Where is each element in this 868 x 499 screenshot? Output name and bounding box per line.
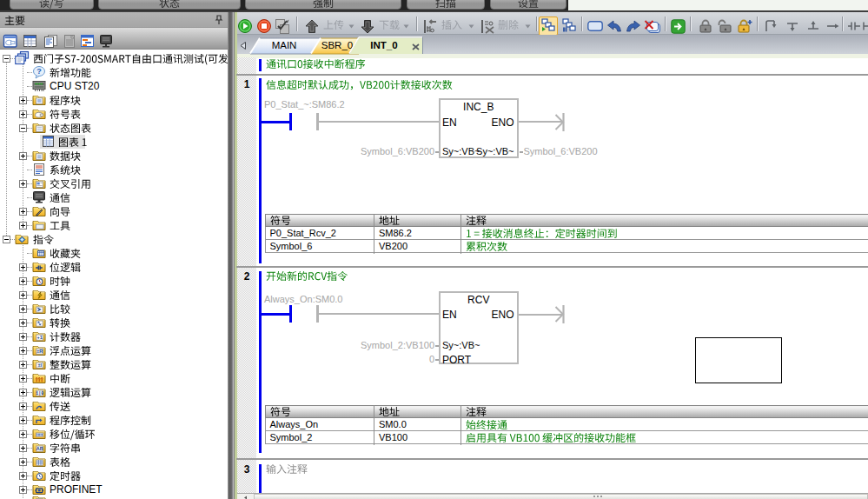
svg-text:±I: ±I [37, 363, 42, 368]
svg-text:AB: AB [36, 446, 43, 451]
svg-text:1|0: 1|0 [36, 391, 43, 396]
svg-text:+1: +1 [37, 335, 43, 340]
svg-text:?: ? [36, 67, 42, 76]
svg-text:±R: ±R [36, 349, 43, 354]
